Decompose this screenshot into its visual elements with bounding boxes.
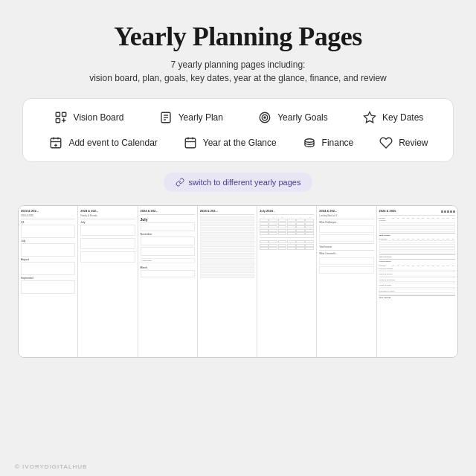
pp7-surplus: Surplus/Deficit <box>379 259 456 263</box>
pp6-header: 2024 & 202... <box>319 209 373 213</box>
finance-label: Finance <box>322 138 354 148</box>
link-icon <box>176 178 184 187</box>
pp2-header: 2024 & 202... <box>80 209 135 213</box>
pp6-sub: Looking Back at Y... <box>319 214 373 217</box>
year-glance-label: Year at the Glance <box>203 138 277 148</box>
pp1-july: July <box>21 239 75 242</box>
pp1-sep: September <box>21 277 75 280</box>
pp2-sub: Family & Friends <box>80 214 135 217</box>
finance-icon <box>301 135 318 151</box>
yearly-plan-label: Yearly Plan <box>178 112 223 123</box>
year-glance-icon <box>182 135 199 151</box>
nav-item-year-glance[interactable]: Year at the Glance <box>182 135 277 151</box>
key-dates-icon <box>361 109 378 126</box>
preview-page-7: 2024 & 2025 Income Sources Jun Jul Au <box>377 206 458 357</box>
pp1-aug: August <box>21 258 75 261</box>
pp5-header: July 2024 - <box>260 209 314 213</box>
review-label: Review <box>399 138 428 148</box>
page-wrapper: Yearly Planning Pages 7 yearly planning … <box>0 0 476 476</box>
preview-page-5: July 2024 - M T W T F S <box>257 206 317 357</box>
svg-point-21 <box>305 139 314 143</box>
pp2-july: July <box>80 221 135 224</box>
pp3-july: July <box>141 217 195 222</box>
svg-rect-2 <box>56 119 60 123</box>
preview-page-4: 2024 & 202... <box>198 206 257 357</box>
vision-board-label: Vision Board <box>74 112 124 123</box>
svg-rect-0 <box>56 112 60 116</box>
pp7-total-savings: Total Savings <box>379 295 456 299</box>
switch-pages-button[interactable]: switch to different yearly pages <box>164 173 313 192</box>
yearly-goals-icon <box>257 109 273 126</box>
preview-strip: 2024 & 202... 2024 & 2025 Q1 July August… <box>18 205 458 358</box>
nav-item-finance[interactable]: Finance <box>301 135 354 151</box>
subtitle: 7 yearly planning pages including: visio… <box>89 58 387 85</box>
vision-board-icon <box>53 109 69 126</box>
nav-item-vision-board[interactable]: Vision Board <box>53 109 124 126</box>
pp7-header: 2024 & 2025 <box>379 209 396 213</box>
pp3-header: 2024 & 202... <box>141 209 195 213</box>
pp3-march: March <box>141 266 195 269</box>
add-calendar-label: Add event to Calendar <box>68 138 157 148</box>
nav-item-review[interactable]: Review <box>378 135 428 151</box>
brand-label: © IVORYDIGITALHUB <box>15 463 87 470</box>
review-icon <box>378 135 394 151</box>
yearly-plan-icon <box>158 109 174 126</box>
pp3-nov: November <box>141 233 195 236</box>
switch-btn-label: switch to different yearly pages <box>189 178 301 187</box>
pp7-total-income: Total Income <box>379 233 456 237</box>
pp1-header: 2024 & 202... <box>21 209 75 213</box>
pp6-learned: Total Income <box>319 245 373 248</box>
nav-box: Vision Board Yearly Plan <box>22 98 454 162</box>
pp6-learned2: What I learned fr... <box>319 252 373 255</box>
svg-rect-1 <box>62 112 65 116</box>
preview-pages: 2024 & 202... 2024 & 2025 Q1 July August… <box>19 206 457 357</box>
pp7-total-expenses: Total Expenses <box>379 254 456 258</box>
pp1-q1: Q1 <box>21 221 75 224</box>
svg-marker-10 <box>364 112 376 123</box>
key-dates-label: Key Dates <box>382 112 423 123</box>
nav-item-yearly-plan[interactable]: Yearly Plan <box>158 109 223 126</box>
nav-item-key-dates[interactable]: Key Dates <box>361 109 423 126</box>
yearly-goals-label: Yearly Goals <box>277 112 328 123</box>
add-calendar-icon <box>48 135 64 151</box>
svg-point-9 <box>264 117 266 118</box>
page-title: Yearly Planning Pages <box>114 21 362 52</box>
preview-page-3: 2024 & 202... July November Action Step … <box>138 206 198 357</box>
preview-page-6: 2024 & 202... Looking Back at Y... What … <box>317 206 376 357</box>
svg-rect-17 <box>185 138 196 148</box>
preview-page-2: 2024 & 202... Family & Friends July <box>78 206 138 357</box>
nav-item-add-calendar[interactable]: Add event to Calendar <box>48 135 157 151</box>
pp6-challenge: What Challenges... <box>319 221 373 224</box>
nav-row-1: Vision Board Yearly Plan <box>38 109 438 126</box>
pp4-header: 2024 & 202... <box>200 209 254 213</box>
nav-row-2: Add event to Calendar Year at the Glance <box>38 135 438 151</box>
pp1-sub: 2024 & 2025 <box>21 214 75 217</box>
nav-item-yearly-goals[interactable]: Yearly Goals <box>257 109 328 126</box>
preview-page-1: 2024 & 202... 2024 & 2025 Q1 July August… <box>19 206 78 357</box>
